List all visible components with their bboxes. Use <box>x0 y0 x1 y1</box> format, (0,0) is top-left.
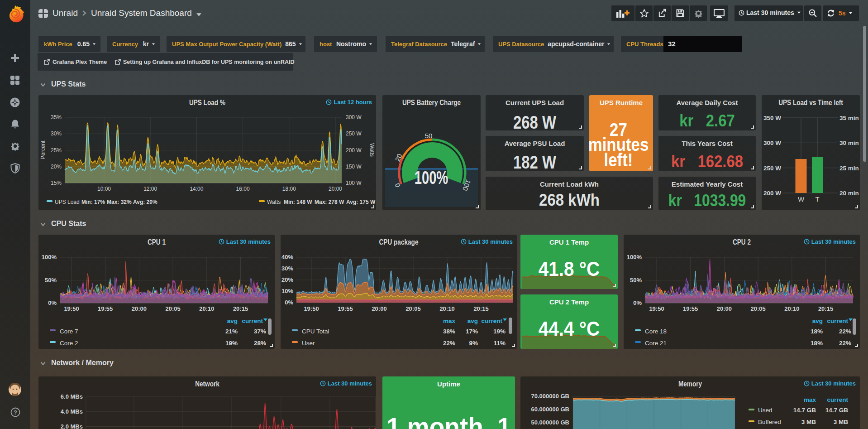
svg-text:9%: 9% <box>469 340 478 347</box>
svg-text:Avg: 175 W: Avg: 175 W <box>346 199 376 205</box>
svg-text:200 W: 200 W <box>763 190 781 197</box>
svg-text:100 W: 100 W <box>346 180 362 186</box>
svg-text:22%: 22% <box>839 328 851 335</box>
svg-text:300 W: 300 W <box>346 114 362 121</box>
svg-text:25%: 25% <box>51 147 62 154</box>
svg-text:14.7 GB: 14.7 GB <box>793 407 816 414</box>
svg-text:17%: 17% <box>466 328 478 335</box>
svg-text:Core 7: Core 7 <box>60 328 78 335</box>
svg-text:19%: 19% <box>493 328 506 335</box>
svg-text:UPS Load: UPS Load <box>55 199 80 205</box>
svg-text:max: max <box>443 318 456 324</box>
svg-text:50: 50 <box>425 132 433 140</box>
svg-text:6.0 MBs: 6.0 MBs <box>61 393 83 400</box>
svg-text:70.000000 GB: 70.000000 GB <box>531 393 569 400</box>
svg-text:250 W: 250 W <box>346 130 362 137</box>
svg-text:18:00: 18:00 <box>282 186 296 192</box>
svg-text:Core 18: Core 18 <box>645 328 667 335</box>
svg-text:14.7 GB: 14.7 GB <box>825 407 849 414</box>
svg-text:3 MB: 3 MB <box>834 419 849 425</box>
svg-text:300 W: 300 W <box>763 140 781 146</box>
svg-text:max: max <box>804 396 816 403</box>
svg-text:15%: 15% <box>51 180 62 186</box>
svg-text:?: ? <box>14 409 17 416</box>
svg-text:T: T <box>815 195 819 203</box>
svg-text:CPU Total: CPU Total <box>302 328 329 335</box>
svg-text:350 W: 350 W <box>763 115 781 121</box>
svg-text:Max: 278 W: Max: 278 W <box>315 199 344 205</box>
svg-text:60.000000 GB: 60.000000 GB <box>531 406 569 413</box>
svg-text:18%: 18% <box>811 340 823 347</box>
svg-text:28%: 28% <box>254 340 266 347</box>
svg-text:150 W: 150 W <box>346 164 362 170</box>
svg-text:35 min: 35 min <box>839 115 859 121</box>
svg-text:10:00: 10:00 <box>97 186 111 192</box>
svg-text:25 min: 25 min <box>839 165 859 172</box>
svg-text:30 min: 30 min <box>839 140 859 146</box>
svg-text:User: User <box>302 340 315 347</box>
svg-text:12:00: 12:00 <box>143 186 157 192</box>
svg-text:21%: 21% <box>225 328 238 335</box>
svg-text:20:00: 20:00 <box>329 186 342 192</box>
svg-text:Max: 32%: Max: 32% <box>107 199 132 205</box>
svg-text:Watts: Watts <box>369 143 375 157</box>
svg-text:Core 2: Core 2 <box>60 340 78 347</box>
svg-text:250 W: 250 W <box>763 165 781 172</box>
svg-text:Used: Used <box>758 407 773 414</box>
svg-text:current: current <box>827 396 848 403</box>
svg-text:22%: 22% <box>443 340 455 347</box>
svg-text:Min: 17%: Min: 17% <box>81 199 105 205</box>
svg-text:4.0 MBs: 4.0 MBs <box>61 408 83 415</box>
svg-text:Avg: 20%: Avg: 20% <box>133 199 157 205</box>
svg-text:37%: 37% <box>254 328 266 335</box>
svg-text:Buffered: Buffered <box>758 419 781 425</box>
svg-text:3 MB: 3 MB <box>801 419 816 425</box>
svg-text:16:00: 16:00 <box>236 186 250 192</box>
svg-text:18%: 18% <box>811 328 823 335</box>
svg-text:20%: 20% <box>51 164 62 170</box>
svg-text:current: current <box>481 318 502 324</box>
svg-text:11%: 11% <box>494 340 506 347</box>
svg-text:Core 21: Core 21 <box>645 340 667 347</box>
svg-text:200 W: 200 W <box>346 147 362 154</box>
svg-text:100%: 100% <box>415 167 448 188</box>
svg-text:22%: 22% <box>839 340 851 347</box>
svg-text:avg: avg <box>812 318 823 324</box>
svg-text:30%: 30% <box>51 130 62 137</box>
svg-text:current: current <box>242 318 263 324</box>
svg-text:35%: 35% <box>51 114 62 121</box>
svg-text:Watts: Watts <box>267 199 281 205</box>
svg-text:W: W <box>798 195 805 203</box>
svg-text:19%: 19% <box>225 340 238 347</box>
svg-text:avg: avg <box>467 318 478 324</box>
svg-text:Min: 148 W: Min: 148 W <box>284 199 312 205</box>
svg-text:50.000000 GB: 50.000000 GB <box>531 419 569 426</box>
svg-text:avg: avg <box>227 318 238 324</box>
svg-text:current: current <box>827 318 848 324</box>
svg-text:20 min: 20 min <box>839 190 859 197</box>
svg-text:2.0 MBs: 2.0 MBs <box>61 423 83 429</box>
svg-text:38%: 38% <box>443 328 455 335</box>
svg-text:14:00: 14:00 <box>190 186 203 192</box>
svg-text:Percent: Percent <box>40 140 46 159</box>
